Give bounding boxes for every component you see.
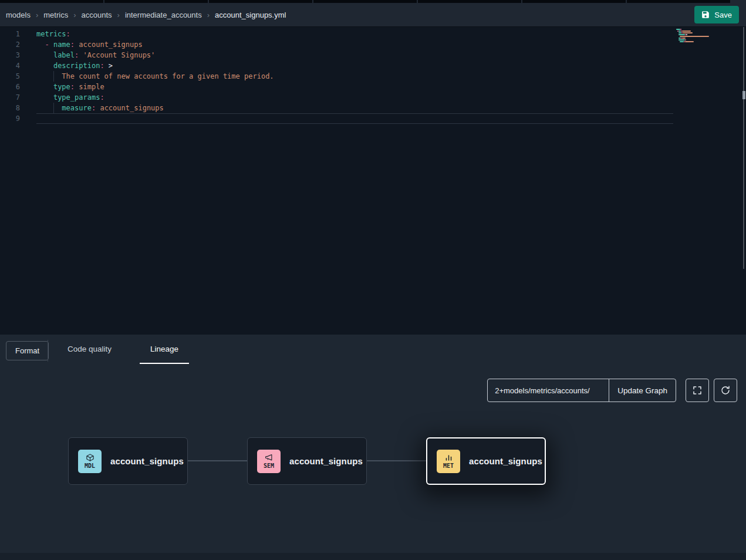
lineage-graph: MDLaccount_signupsSEMaccount_signupsMETa… — [0, 335, 746, 560]
breadcrumb-separator: › — [117, 11, 120, 19]
indent-guide — [53, 103, 54, 113]
code-text: label: 'Account Signups' — [36, 50, 673, 60]
chart-icon: MET — [437, 450, 460, 473]
code-line: 7 type_params: — [0, 92, 746, 103]
code-text: type: simple — [36, 82, 673, 92]
code-line: 4 description: > — [0, 60, 746, 71]
line-number: 3 — [0, 50, 20, 60]
code-text: - name: account_signups — [36, 39, 673, 50]
refresh-button[interactable] — [714, 379, 737, 402]
panel-tabs: Code qualityLineage — [57, 344, 189, 364]
line-number: 8 — [0, 103, 20, 113]
code-line: 3 label: 'Account Signups' — [0, 50, 746, 60]
topbar: models›metrics›accounts›intermediate_acc… — [0, 3, 746, 27]
floppy-icon — [701, 11, 710, 19]
panel-footer — [0, 553, 746, 560]
breadcrumb-item-account_signups.yml[interactable]: account_signups.yml — [215, 11, 286, 19]
lineage-edge — [367, 460, 426, 461]
megaphone-icon: SEM — [257, 450, 281, 473]
code-editor[interactable]: 1metrics:2 - name: account_signups3 labe… — [0, 27, 746, 335]
node-label: account_signups — [289, 456, 363, 466]
breadcrumb-item-intermediate_accounts[interactable]: intermediate_accounts — [125, 11, 202, 19]
lineage-node-sem[interactable]: SEMaccount_signups — [247, 437, 367, 485]
code-line: 9 — [0, 113, 746, 124]
breadcrumb-separator: › — [36, 11, 38, 19]
line-number: 2 — [0, 39, 20, 50]
line-number: 5 — [0, 71, 20, 82]
graph-selector: Update Graph — [487, 379, 676, 402]
breadcrumb: models›metrics›accounts›intermediate_acc… — [6, 11, 286, 19]
indent-guide — [53, 71, 54, 82]
node-badge-label: SEM — [264, 463, 274, 469]
code-line: 8 measure: account_signups — [0, 103, 746, 113]
breadcrumb-separator: › — [73, 11, 76, 19]
code-line: 6 type: simple — [0, 82, 746, 92]
fullscreen-icon — [692, 385, 703, 396]
bottom-panel: MDLaccount_signupsSEMaccount_signupsMETa… — [0, 335, 746, 560]
code-line: 5 The count of new accounts for a given … — [0, 71, 746, 82]
graph-selector-input[interactable] — [488, 379, 609, 402]
code-text: measure: account_signups — [36, 103, 673, 113]
breadcrumb-separator: › — [207, 11, 210, 19]
line-number: 4 — [0, 60, 20, 71]
code-line: 2 - name: account_signups — [0, 39, 746, 50]
code-lines: 1metrics:2 - name: account_signups3 labe… — [0, 29, 746, 124]
breadcrumb-item-models[interactable]: models — [6, 11, 31, 19]
lineage-toolbar: Update Graph — [487, 379, 737, 402]
lineage-edge — [188, 460, 247, 461]
lineage-node-mdl[interactable]: MDLaccount_signups — [68, 437, 188, 485]
format-button[interactable]: Format — [6, 341, 49, 360]
cube-icon: MDL — [78, 450, 102, 473]
refresh-icon — [720, 385, 731, 396]
node-label: account_signups — [469, 456, 542, 466]
fullscreen-button[interactable] — [686, 379, 709, 402]
breadcrumb-item-accounts[interactable]: accounts — [82, 11, 112, 19]
code-line: 1metrics: — [0, 29, 746, 39]
code-text: metrics: — [36, 29, 673, 39]
line-number: 9 — [0, 113, 20, 124]
tab-code-quality[interactable]: Code quality — [57, 344, 122, 364]
node-badge-label: MDL — [85, 463, 95, 469]
minimap[interactable] — [676, 29, 710, 45]
update-graph-button[interactable]: Update Graph — [609, 379, 676, 402]
save-button[interactable]: Save — [694, 6, 739, 23]
node-label: account_signups — [110, 456, 184, 466]
code-text: description: > — [36, 60, 673, 71]
line-number: 1 — [0, 29, 20, 39]
lineage-node-met[interactable]: METaccount_signups — [426, 437, 546, 485]
code-text: The count of new accounts for a given ti… — [36, 71, 673, 82]
node-badge-label: MET — [443, 463, 454, 469]
editor-scrollbar-thumb[interactable] — [742, 91, 745, 99]
save-label: Save — [714, 11, 732, 19]
editor-scrollbar[interactable] — [743, 27, 744, 269]
code-text: type_params: — [36, 92, 673, 103]
breadcrumb-item-metrics[interactable]: metrics — [43, 11, 68, 19]
code-text — [36, 113, 673, 124]
line-number: 6 — [0, 82, 20, 92]
line-number: 7 — [0, 92, 20, 103]
panel-divider — [48, 340, 48, 362]
tab-lineage[interactable]: Lineage — [140, 344, 189, 364]
